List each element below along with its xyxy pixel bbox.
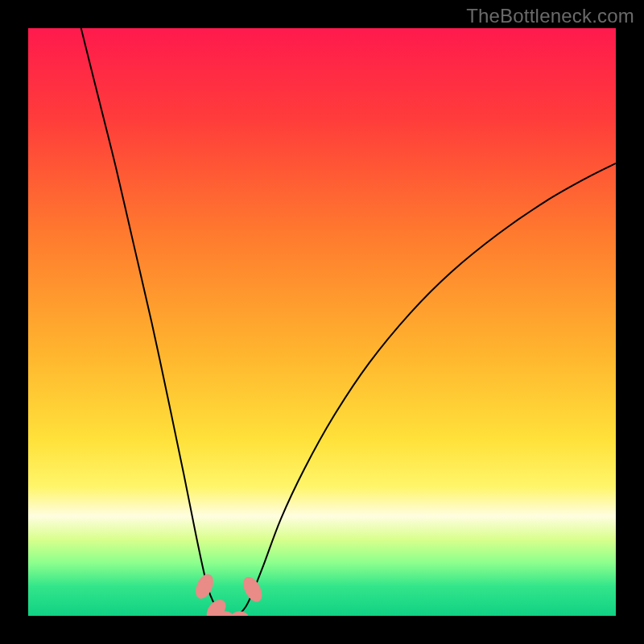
markers-group	[192, 572, 266, 616]
curve-layer	[28, 28, 616, 616]
marker-right	[240, 574, 266, 605]
plot-area	[28, 28, 616, 616]
bottleneck-curve	[81, 28, 616, 616]
marker-bottom-right	[231, 611, 249, 616]
watermark-text: TheBottleneck.com	[466, 5, 634, 27]
marker-left-upper	[192, 572, 217, 601]
chart-frame: TheBottleneck.com	[0, 0, 644, 644]
